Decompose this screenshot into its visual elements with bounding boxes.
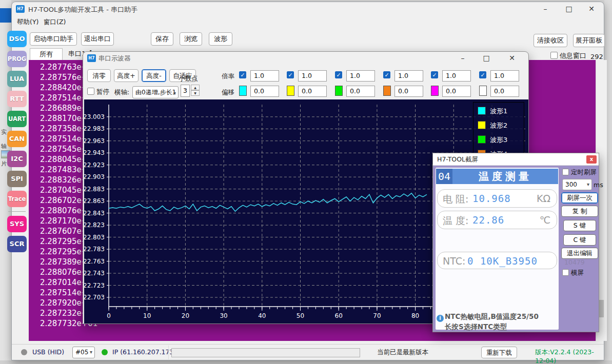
decimal-spinner[interactable]: ▲ ▼ xyxy=(191,85,200,97)
sidebar-item-uart[interactable]: UART xyxy=(7,111,27,127)
channel-4-color-swatch[interactable] xyxy=(383,86,391,96)
refresh-once-button[interactable]: 刷屏一次 xyxy=(561,192,598,204)
offset-label: 偏移 xyxy=(222,88,234,97)
channel-1-scale-input[interactable]: 1.0 xyxy=(250,70,279,82)
channel-6-enable-checkbox[interactable]: ✓ xyxy=(479,71,486,78)
exit-serial-button[interactable]: 退出串口 xyxy=(81,32,114,46)
exit-edit-button[interactable]: 退出编辑 xyxy=(561,248,598,259)
browse-button[interactable]: 浏览 xyxy=(180,32,202,46)
pause-label: 暂停 xyxy=(96,88,109,96)
field-label: 电 阻: xyxy=(443,193,468,206)
s-key-button[interactable]: S 键 xyxy=(563,220,596,231)
sidebar-item-trace[interactable]: Trace xyxy=(7,191,27,207)
chevron-down-icon: ▾ xyxy=(173,88,176,99)
svg-text:0: 0 xyxy=(107,312,111,319)
expand-panel-button[interactable]: 展开面板 xyxy=(573,34,605,47)
haxis-select[interactable]: 由0递增,步长1▾ xyxy=(132,86,179,98)
svg-text:22.963: 22.963 xyxy=(84,137,105,145)
channel-6-offset-input[interactable]: 0.0 xyxy=(490,86,519,97)
sidebar-item-sys[interactable]: SYS xyxy=(7,216,27,232)
copy-button[interactable]: 复 制 xyxy=(561,206,598,217)
sidebar-item-can[interactable]: CAN xyxy=(7,131,27,147)
spinner-up-icon[interactable]: ▲ xyxy=(191,85,200,90)
channel-3-offset-input[interactable]: 0.0 xyxy=(346,86,375,97)
waveform-button[interactable]: 波形 xyxy=(209,32,232,46)
sidebar: DSOPROGLUARTTUARTCANI2CSPITraceSYSSCR xyxy=(6,29,28,256)
scope-titlebar[interactable]: H7 串口示波器 – □ ✕ xyxy=(83,52,528,65)
channel-5-color-swatch[interactable] xyxy=(431,86,439,96)
svg-text:22.943: 22.943 xyxy=(84,149,105,156)
svg-text:40: 40 xyxy=(258,312,266,319)
channel-4-scale-input[interactable]: 1.0 xyxy=(394,70,423,82)
scope-close-button[interactable]: ✕ xyxy=(501,52,523,65)
channel-6-color-swatch[interactable] xyxy=(479,86,487,96)
field-value: 0 10K_B3950 xyxy=(467,255,538,267)
menu-window[interactable]: 窗口(Z) xyxy=(44,18,66,27)
start-serial-button[interactable]: 启动串口助手 xyxy=(30,32,77,46)
redownload-button[interactable]: 重新下载 xyxy=(481,347,517,358)
info-window-checkbox[interactable] xyxy=(550,52,558,59)
app-logo-icon: H7 xyxy=(16,5,25,13)
c-key-button[interactable]: C 键 xyxy=(563,234,596,246)
channel-3-color-swatch[interactable] xyxy=(335,86,343,96)
measure-field: 电 阻:10.968KΩ xyxy=(437,189,557,208)
channel-5-offset-input[interactable]: 0.0 xyxy=(442,86,471,97)
minimize-button[interactable]: – xyxy=(534,2,557,16)
channel-2-offset-input[interactable]: 0.0 xyxy=(298,86,327,97)
chevron-down-icon: ▾ xyxy=(587,179,589,190)
channel-2-color-swatch[interactable] xyxy=(287,86,294,96)
svg-text:30: 30 xyxy=(220,312,227,319)
field-value: 10.968 xyxy=(472,193,511,204)
field-unit: KΩ xyxy=(537,193,550,204)
main-titlebar[interactable]: H7 H7-TOOL多功能开发工具 - 串口助手 – □ ✕ xyxy=(12,2,604,16)
landscape-checkbox[interactable] xyxy=(562,269,569,276)
channel-2-scale-input[interactable]: 1.0 xyxy=(298,70,327,82)
channel-5-scale-input[interactable]: 1.0 xyxy=(442,70,471,82)
decimal-input[interactable]: 3 xyxy=(181,85,190,97)
svg-text:80: 80 xyxy=(411,312,419,319)
svg-text:22.923: 22.923 xyxy=(84,161,105,169)
scope-height-minus-button[interactable]: 高度- xyxy=(142,69,166,82)
scope-height-plus-button[interactable]: 高度+ xyxy=(114,69,139,82)
sidebar-item-lua[interactable]: LUA xyxy=(7,71,27,87)
scope-minimize-button[interactable]: – xyxy=(451,52,474,65)
sidebar-item-prog[interactable]: PROG xyxy=(7,51,27,67)
scrollbar-thumb[interactable] xyxy=(599,300,604,317)
sidebar-item-rtt[interactable]: RTT xyxy=(7,91,27,107)
channel-4-offset-input[interactable]: 0.0 xyxy=(394,86,423,97)
menu-help[interactable]: 帮助(Y) xyxy=(17,18,38,27)
sidebar-item-dso[interactable]: DSO xyxy=(7,31,27,47)
popup-titlebar[interactable]: H7-TOOL截屏 x xyxy=(433,153,599,166)
popup-close-button[interactable]: x xyxy=(586,155,597,164)
channel-5-enable-checkbox[interactable]: ✓ xyxy=(431,71,438,78)
channel-1-color-swatch[interactable] xyxy=(239,86,247,96)
channel-4-enable-checkbox[interactable]: ✓ xyxy=(383,71,390,78)
page-heading: 温度测量 xyxy=(452,169,558,184)
channel-3-enable-checkbox[interactable]: ✓ xyxy=(335,71,342,78)
legend-label: 波形2 xyxy=(490,121,507,130)
sidebar-item-spi[interactable]: SPI xyxy=(7,171,27,187)
save-button[interactable]: 保存 xyxy=(151,32,173,46)
channel-1-enable-checkbox[interactable]: ✓ xyxy=(239,71,246,78)
scope-maximize-button[interactable]: □ xyxy=(475,52,498,65)
maximize-button[interactable]: □ xyxy=(558,2,580,16)
spinner-down-icon[interactable]: ▼ xyxy=(191,90,200,96)
close-button[interactable]: ✕ xyxy=(580,2,603,16)
legend-entry: 波形3 xyxy=(478,134,524,146)
timer-refresh-checkbox[interactable] xyxy=(562,169,569,175)
channel-2-enable-checkbox[interactable]: ✓ xyxy=(287,71,294,78)
slot-select[interactable]: #05▾ xyxy=(72,347,95,358)
tab-all[interactable]: 所有 xyxy=(30,48,63,60)
sidebar-divider xyxy=(8,211,26,212)
clear-rx-button[interactable]: 清接收区 xyxy=(534,34,567,47)
channel-3-scale-input[interactable]: 1.0 xyxy=(346,70,375,82)
background-window-fragment xyxy=(0,8,11,23)
screen: 实 轴 片 H7 H7-TOOL多功能开发工具 - 串口助手 – □ ✕ 帮助(… xyxy=(0,0,612,364)
sidebar-item-scr[interactable]: SCR xyxy=(7,236,27,252)
channel-6-scale-input[interactable]: 1.0 xyxy=(490,70,519,82)
sidebar-item-i2c[interactable]: I2C xyxy=(7,151,27,167)
pause-checkbox[interactable] xyxy=(87,88,94,95)
scope-clear-button[interactable]: 清零 xyxy=(87,69,111,82)
interval-select[interactable]: 300▾ xyxy=(562,179,592,190)
channel-1-offset-input[interactable]: 0.0 xyxy=(250,86,279,97)
